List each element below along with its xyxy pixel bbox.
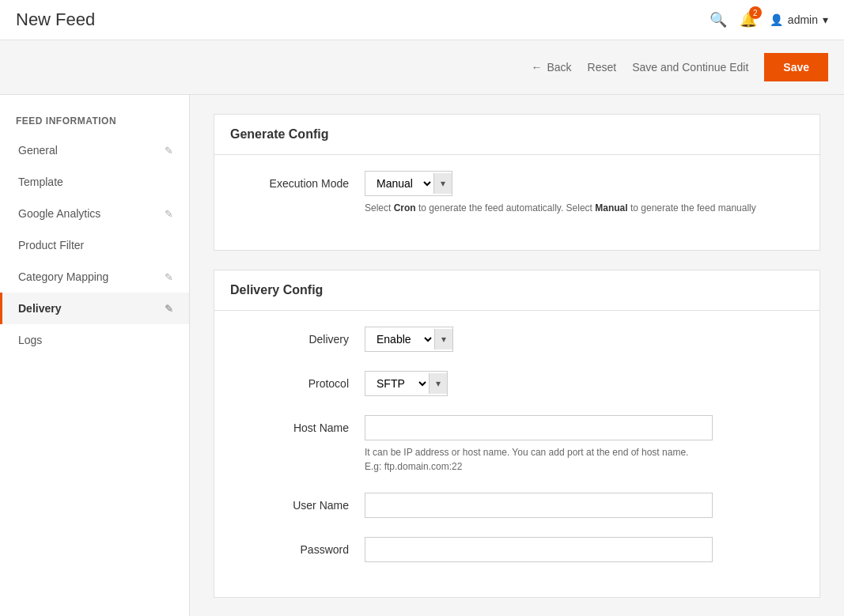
delivery-config-section: Delivery Config Delivery Enable Disable …: [214, 270, 820, 598]
password-row: Password: [238, 537, 796, 562]
host-name-help-line2: E.g: ftp.domain.com:22: [365, 461, 462, 472]
generate-config-body: Execution Mode Manual Cron ▾ Select Cron…: [214, 155, 819, 250]
protocol-control: SFTP FTP ▾: [365, 371, 796, 396]
protocol-row: Protocol SFTP FTP ▾: [238, 371, 796, 396]
edit-icon-general: [165, 145, 173, 157]
execution-mode-help: Select Cron to generate the feed automat…: [365, 201, 796, 215]
sidebar-item-google-analytics[interactable]: Google Analytics: [0, 198, 189, 229]
sidebar-section-title: FEED INFORMATION: [0, 103, 189, 134]
user-name-input[interactable]: [365, 493, 713, 518]
save-button[interactable]: Save: [764, 53, 828, 81]
back-label: Back: [547, 61, 571, 74]
user-name-control: [365, 493, 796, 518]
delivery-config-body: Delivery Enable Disable ▾ Protocol: [214, 311, 819, 597]
user-menu[interactable]: admin ▾: [770, 13, 828, 26]
delivery-select[interactable]: Enable Disable: [365, 327, 434, 351]
execution-mode-row: Execution Mode Manual Cron ▾ Select Cron…: [238, 171, 796, 215]
sidebar-items: GeneralTemplateGoogle AnalyticsProduct F…: [0, 134, 189, 356]
generate-config-title: Generate Config: [214, 115, 819, 155]
user-name: admin: [788, 13, 818, 26]
sidebar: FEED INFORMATION GeneralTemplateGoogle A…: [0, 95, 190, 616]
password-control: [365, 537, 796, 562]
sidebar-item-label-template: Template: [18, 176, 173, 188]
page-header: New Feed 2 admin ▾: [0, 0, 844, 40]
reset-button[interactable]: Reset: [588, 61, 617, 74]
sidebar-item-label-product-filter: Product Filter: [18, 239, 173, 251]
generate-config-section: Generate Config Execution Mode Manual Cr…: [214, 114, 820, 251]
execution-mode-select[interactable]: Manual Cron: [365, 172, 433, 195]
reset-label: Reset: [588, 61, 617, 74]
user-chevron-icon: ▾: [823, 13, 828, 26]
host-name-input[interactable]: [365, 415, 713, 440]
content-wrapper: FEED INFORMATION GeneralTemplateGoogle A…: [0, 95, 844, 616]
host-name-label: Host Name: [238, 415, 349, 434]
notification-wrapper[interactable]: 2: [740, 11, 757, 28]
user-icon: [770, 13, 783, 26]
save-continue-button[interactable]: Save and Continue Edit: [632, 61, 748, 74]
delivery-label: Delivery: [238, 327, 349, 346]
sidebar-item-category-mapping[interactable]: Category Mapping: [0, 261, 189, 293]
header-actions: 2 admin ▾: [710, 11, 828, 28]
protocol-label: Protocol: [238, 371, 349, 390]
sidebar-item-label-category-mapping: Category Mapping: [18, 270, 158, 283]
page-title: New Feed: [16, 9, 95, 30]
delivery-arrow-icon: ▾: [434, 329, 452, 350]
protocol-arrow-icon: ▾: [429, 373, 447, 394]
back-button[interactable]: Back: [531, 61, 571, 74]
execution-mode-select-wrap[interactable]: Manual Cron ▾: [365, 171, 452, 196]
user-name-row: User Name: [238, 493, 796, 518]
edit-icon-google-analytics: [165, 208, 173, 220]
sidebar-item-product-filter[interactable]: Product Filter: [0, 229, 189, 261]
delivery-row: Delivery Enable Disable ▾: [238, 327, 796, 352]
edit-icon-delivery: [165, 303, 173, 315]
host-name-control: It can be IP address or host name. You c…: [365, 415, 796, 474]
sidebar-item-general[interactable]: General: [0, 134, 189, 166]
execution-mode-control: Manual Cron ▾ Select Cron to generate th…: [365, 171, 796, 215]
sidebar-item-label-delivery: Delivery: [18, 302, 158, 315]
arrow-left-icon: [531, 61, 542, 74]
protocol-select-wrap[interactable]: SFTP FTP ▾: [365, 371, 448, 396]
host-name-row: Host Name It can be IP address or host n…: [238, 415, 796, 474]
user-name-label: User Name: [238, 493, 349, 512]
sidebar-item-label-logs: Logs: [18, 334, 173, 346]
delivery-select-wrap[interactable]: Enable Disable ▾: [365, 327, 453, 352]
sidebar-item-template[interactable]: Template: [0, 166, 189, 198]
edit-icon-category-mapping: [165, 271, 173, 283]
notification-badge-count: 2: [749, 6, 762, 19]
execution-mode-arrow-icon: ▾: [433, 173, 452, 194]
password-input[interactable]: [365, 537, 713, 562]
host-name-help: It can be IP address or host name. You c…: [365, 445, 796, 474]
sidebar-item-delivery[interactable]: Delivery: [0, 293, 189, 324]
sidebar-item-label-google-analytics: Google Analytics: [18, 207, 158, 220]
delivery-config-title: Delivery Config: [214, 270, 819, 311]
protocol-select[interactable]: SFTP FTP: [365, 372, 429, 395]
password-label: Password: [238, 537, 349, 556]
execution-mode-label: Execution Mode: [238, 171, 349, 190]
toolbar: Back Reset Save and Continue Edit Save: [0, 40, 844, 95]
sidebar-item-logs[interactable]: Logs: [0, 324, 189, 356]
delivery-control: Enable Disable ▾: [365, 327, 796, 352]
host-name-help-line1: It can be IP address or host name. You c…: [365, 447, 688, 458]
search-icon[interactable]: [710, 11, 727, 28]
sidebar-item-label-general: General: [18, 144, 158, 157]
main-content: Generate Config Execution Mode Manual Cr…: [190, 95, 844, 616]
